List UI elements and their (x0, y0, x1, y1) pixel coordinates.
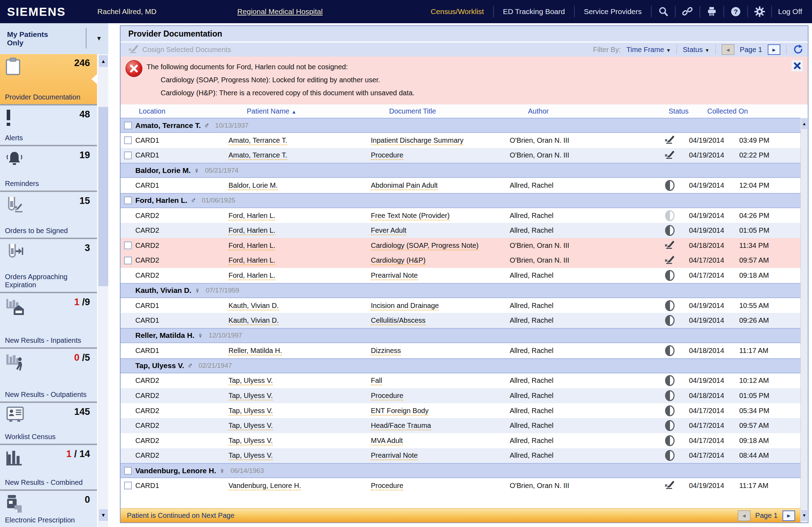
document-row[interactable]: CARD2Ford, Harlen L.Prearrival NoteAllre… (121, 268, 801, 283)
document-row[interactable]: CARD1Reller, Matilda H.DizzinessAllred, … (121, 343, 801, 358)
sidebar-item-new-results-inpatients[interactable]: 1 /9New Results - Inpatients (0, 293, 97, 347)
patient-name-link[interactable]: Ford, Harlen L. (228, 242, 275, 250)
help-icon[interactable]: ? (724, 6, 747, 17)
document-title-link[interactable]: Inpatient Discharge Summary (371, 136, 463, 145)
sidebar-item-new-results-combined[interactable]: 1 / 14New Results - Combined (0, 445, 97, 489)
sidebar-item-provider-documentation[interactable]: 246Provider Documentation (0, 54, 97, 104)
row-checkbox[interactable] (124, 242, 132, 249)
column-header-author[interactable]: Author (524, 107, 665, 115)
scroll-up-icon[interactable]: ▲ (801, 118, 808, 130)
scrollbar-thumb[interactable] (98, 107, 108, 286)
column-header-status[interactable]: Status (665, 107, 704, 115)
patient-name-link[interactable]: Ford, Harlen L. (228, 271, 275, 280)
document-title-link[interactable]: Head/Face Trauma (371, 422, 431, 430)
document-row[interactable]: CARD2Tap, Ulyess V.ProcedureAllred, Rach… (121, 388, 801, 403)
row-checkbox[interactable] (124, 482, 132, 489)
topbar-nav-ed-tracking-board[interactable]: ED Tracking Board (494, 7, 574, 16)
scroll-down-icon[interactable]: ▼ (98, 509, 108, 521)
row-checkbox[interactable] (124, 152, 132, 159)
column-header-collected-on[interactable]: Collected On (704, 107, 808, 115)
previous-page-button[interactable]: ◄ (738, 510, 750, 521)
document-title-link[interactable]: Cardiology (SOAP, Progress Note) (371, 242, 478, 250)
document-title-link[interactable]: Procedure (371, 482, 403, 490)
patient-name-link[interactable]: Tap, Ulyess V. (228, 422, 273, 430)
table-scrollbar[interactable]: ▲ ▼ (800, 118, 808, 522)
column-header-patient-name[interactable]: Patient Name▲ (243, 107, 386, 115)
sidebar-item-reminders[interactable]: 19Reminders (0, 146, 97, 191)
document-title-link[interactable]: Procedure (371, 151, 403, 160)
scroll-down-icon[interactable]: ▼ (801, 509, 808, 521)
patient-name-link[interactable]: Ford, Harlen L. (228, 212, 275, 220)
patient-group-header[interactable]: Reller, Matilda H.♀12/10/1997 (121, 328, 801, 343)
document-title-link[interactable]: Abdonimal Pain Adult (371, 181, 438, 190)
status-filter-dropdown[interactable]: Status ▼ (683, 46, 709, 54)
document-row[interactable]: CARD1Vandenburg, Lenore H.ProcedureO'Bri… (121, 478, 801, 493)
row-checkbox[interactable] (124, 257, 132, 264)
patient-group-header[interactable]: Kauth, Vivian D.♀07/17/1959 (121, 283, 801, 298)
patient-name-link[interactable]: Amato, Terrance T. (228, 151, 287, 160)
document-title-link[interactable]: Fever Adult (371, 226, 406, 235)
cosign-selected-documents-button[interactable]: Cosign Selected Documents (128, 44, 231, 55)
patient-name-link[interactable]: Tap, Ulyess V. (228, 392, 273, 400)
patient-name-link[interactable]: Reller, Matilda H. (228, 347, 282, 355)
patient-name-link[interactable]: Tap, Ulyess V. (228, 377, 273, 385)
patient-name-link[interactable]: Tap, Ulyess V. (228, 407, 273, 416)
settings-icon[interactable] (748, 6, 771, 17)
scroll-up-icon[interactable]: ▲ (98, 55, 108, 68)
document-title-link[interactable]: MVA Adult (371, 437, 403, 445)
refresh-icon[interactable] (792, 44, 803, 55)
group-checkbox[interactable] (124, 197, 132, 204)
patient-name-link[interactable]: Baldor, Lorie M. (228, 181, 278, 190)
next-page-button[interactable]: ► (782, 510, 795, 521)
document-title-link[interactable]: Free Text Note (Provider) (371, 212, 450, 220)
document-row[interactable]: CARD2Ford, Harlen L.Cardiology (H&P)O'Br… (121, 253, 801, 268)
document-row[interactable]: CARD2Tap, Ulyess V.Prearrival NoteAllred… (121, 448, 801, 463)
log-off-button[interactable]: Log Off (772, 7, 806, 16)
facility-link[interactable]: Regional Medical Hospital (237, 7, 323, 16)
patient-group-header[interactable]: Ford, Harlen L.♂01/06/1925 (121, 193, 801, 208)
column-header-location[interactable]: Location (135, 107, 243, 115)
column-header-document-title[interactable]: Document Title (386, 107, 524, 115)
document-row[interactable]: CARD1Kauth, Vivian D.Cellulitis/AbscessA… (121, 313, 801, 328)
patient-group-header[interactable]: Baldor, Lorie M.♀05/21/1974 (121, 163, 801, 178)
time-frame-filter-dropdown[interactable]: Time Frame ▼ (626, 46, 671, 54)
group-checkbox[interactable] (124, 122, 132, 129)
next-page-button[interactable]: ► (768, 44, 780, 55)
document-title-link[interactable]: Dizziness (371, 347, 401, 355)
print-icon[interactable] (700, 6, 723, 17)
chevron-down-icon[interactable]: ▼ (96, 35, 102, 42)
close-error-icon[interactable] (792, 60, 803, 71)
document-row[interactable]: CARD2Ford, Harlen L.Cardiology (SOAP, Pr… (121, 238, 801, 253)
document-row[interactable]: CARD2Ford, Harlen L.Free Text Note (Prov… (121, 208, 801, 223)
document-row[interactable]: CARD1Amato, Terrance T.Inpatient Dischar… (121, 133, 801, 148)
document-title-link[interactable]: Procedure (371, 392, 403, 400)
document-row[interactable]: CARD1Amato, Terrance T.ProcedureO'Brien,… (121, 148, 801, 163)
document-row[interactable]: CARD2Tap, Ulyess V.MVA AdultAllred, Rach… (121, 433, 801, 448)
patient-name-link[interactable]: Tap, Ulyess V. (228, 451, 273, 460)
document-row[interactable]: CARD2Tap, Ulyess V.ENT Foreign BodyAllre… (121, 403, 801, 418)
patient-name-link[interactable]: Ford, Harlen L. (228, 256, 275, 265)
sidebar-item-electronic-prescription[interactable]: 0Electronic Prescription (0, 491, 97, 527)
previous-page-button[interactable]: ◄ (722, 44, 734, 55)
document-row[interactable]: CARD2Tap, Ulyess V.Head/Face TraumaAllre… (121, 418, 801, 433)
patient-group-header[interactable]: Amato, Terrance T.♂10/13/1937 (121, 118, 801, 133)
document-title-link[interactable]: Cellulitis/Abscess (371, 316, 426, 325)
patient-name-link[interactable]: Kauth, Vivian D. (228, 316, 279, 325)
patient-name-link[interactable]: Amato, Terrance T. (228, 136, 287, 145)
patient-name-link[interactable]: Tap, Ulyess V. (228, 437, 273, 445)
sidebar-scrollbar[interactable]: ▲ ▼ (97, 54, 108, 527)
sidebar-item-orders-approaching-expiration[interactable]: 3Orders Approaching Expiration (0, 239, 97, 292)
patient-group-header[interactable]: Tap, Ulyess V.♂02/21/1947 (121, 358, 801, 373)
topbar-nav-census-worklist[interactable]: Census/Worklist (421, 7, 493, 16)
document-title-link[interactable]: Cardiology (H&P) (371, 256, 426, 265)
topbar-nav-service-providers[interactable]: Service Providers (575, 7, 651, 16)
document-row[interactable]: CARD1Kauth, Vivian D.Incision and Draina… (121, 298, 801, 313)
row-checkbox[interactable] (124, 136, 132, 144)
document-title-link[interactable]: Incision and Drainage (371, 302, 439, 310)
document-row[interactable]: CARD2Ford, Harlen L.Fever AdultAllred, R… (121, 223, 801, 238)
document-title-link[interactable]: Prearrival Note (371, 271, 418, 280)
patient-name-link[interactable]: Vandenburg, Lenore H. (228, 482, 301, 490)
patient-name-link[interactable]: Ford, Harlen L. (228, 226, 275, 235)
sidebar-item-new-results-outpatients[interactable]: 0 /5New Results - Outpatients (0, 349, 97, 401)
document-row[interactable]: CARD2Tap, Ulyess V.FallAllred, Rachel04/… (121, 373, 801, 388)
